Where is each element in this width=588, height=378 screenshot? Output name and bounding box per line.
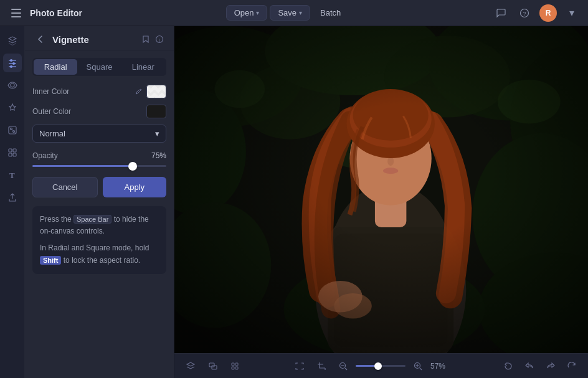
opacity-value: 75% bbox=[151, 151, 166, 160]
open-chevron-icon: ▾ bbox=[256, 9, 259, 16]
panel: Vignette i Radial bbox=[25, 26, 174, 378]
svg-point-36 bbox=[498, 80, 561, 124]
opacity-row: Opacity 75% bbox=[32, 151, 166, 160]
open-label: Open bbox=[234, 8, 254, 17]
svg-line-15 bbox=[9, 126, 16, 134]
layers-view-button[interactable] bbox=[182, 357, 199, 375]
zoom-in-button[interactable] bbox=[410, 359, 425, 374]
redo-button[interactable] bbox=[542, 357, 559, 375]
chat-button[interactable] bbox=[492, 4, 510, 22]
svg-rect-19 bbox=[13, 153, 16, 156]
svg-rect-60 bbox=[232, 367, 234, 369]
hamburger-button[interactable] bbox=[7, 4, 25, 22]
batch-button[interactable]: Batch bbox=[313, 6, 348, 20]
panel-title: Vignette bbox=[52, 34, 135, 45]
tab-radial[interactable]: Radial bbox=[34, 59, 77, 75]
background-foliage bbox=[174, 26, 588, 353]
zoom-slider-track bbox=[356, 365, 405, 367]
sidebar-item-adjustments[interactable] bbox=[3, 54, 22, 72]
avatar-chevron-button[interactable]: ▾ bbox=[563, 4, 581, 22]
undo-button[interactable] bbox=[521, 357, 538, 375]
svg-rect-1 bbox=[11, 12, 21, 14]
avatar-chevron-icon: ▾ bbox=[569, 7, 574, 19]
tab-square[interactable]: Square bbox=[77, 59, 121, 75]
svg-rect-59 bbox=[235, 363, 238, 366]
zoom-out-button[interactable] bbox=[336, 359, 351, 374]
save-label: Save bbox=[278, 8, 296, 17]
svg-rect-16 bbox=[9, 149, 12, 152]
svg-text:?: ? bbox=[523, 11, 526, 17]
zoom-slider-fill bbox=[356, 365, 376, 367]
panel-header-icons: i bbox=[140, 34, 165, 45]
sidebar-item-view[interactable] bbox=[3, 76, 22, 95]
cancel-button[interactable]: Cancel bbox=[32, 177, 98, 197]
blend-mode-chevron-icon: ▾ bbox=[155, 129, 159, 138]
svg-text:i: i bbox=[159, 37, 160, 43]
inner-color-swatch[interactable] bbox=[146, 85, 166, 98]
svg-rect-61 bbox=[235, 367, 238, 369]
shift-key: Shift bbox=[40, 256, 61, 265]
sidebar-item-presets[interactable] bbox=[3, 143, 22, 162]
crop-button[interactable] bbox=[313, 357, 331, 375]
save-button[interactable]: Save ▾ bbox=[270, 5, 310, 21]
opacity-slider-fill bbox=[32, 165, 133, 167]
sidebar-item-text[interactable]: T bbox=[3, 166, 22, 184]
topbar: Photo Editor Open ▾ Save ▾ Batch bbox=[0, 0, 588, 26]
zoom-slider-thumb[interactable] bbox=[374, 362, 382, 370]
bottom-left bbox=[182, 357, 244, 375]
avatar[interactable]: R bbox=[539, 4, 557, 22]
photo-background bbox=[174, 26, 588, 353]
main: T Vignette bbox=[0, 26, 588, 378]
blend-mode-dropdown[interactable]: Normal ▾ bbox=[32, 125, 166, 143]
topbar-right: ? R ▾ bbox=[492, 4, 581, 22]
rotate-button[interactable] bbox=[563, 357, 581, 375]
svg-rect-58 bbox=[232, 363, 234, 366]
bookmark-button[interactable] bbox=[140, 34, 151, 45]
grid-button[interactable] bbox=[227, 357, 244, 375]
svg-rect-0 bbox=[11, 9, 21, 10]
inner-color-edit-icon bbox=[135, 88, 143, 95]
svg-point-47 bbox=[383, 168, 398, 174]
topbar-left: Photo Editor bbox=[7, 4, 82, 22]
tab-group: Radial Square Linear bbox=[32, 58, 166, 76]
fit-button[interactable] bbox=[291, 357, 308, 375]
opacity-slider-track bbox=[32, 165, 166, 167]
outer-color-label: Outer Color bbox=[32, 107, 71, 116]
opacity-label: Opacity bbox=[32, 151, 58, 160]
opacity-slider-thumb[interactable] bbox=[128, 162, 137, 171]
help-button[interactable]: ? bbox=[516, 4, 533, 22]
outer-color-row: Outer Color bbox=[32, 105, 166, 118]
batch-label: Batch bbox=[320, 8, 341, 17]
bottom-center: 57% bbox=[291, 357, 453, 375]
outer-color-swatch[interactable] bbox=[146, 105, 166, 118]
sidebar-item-effects[interactable] bbox=[3, 98, 22, 117]
info-button[interactable]: i bbox=[154, 34, 165, 45]
app-title: Photo Editor bbox=[30, 8, 82, 18]
tab-linear[interactable]: Linear bbox=[121, 59, 165, 75]
canvas-area: 57% bbox=[174, 26, 588, 378]
history-reset-button[interactable] bbox=[500, 357, 517, 375]
svg-rect-2 bbox=[11, 16, 21, 17]
sidebar-item-filters[interactable] bbox=[3, 121, 22, 139]
panel-content: Radial Square Linear Inner Color bbox=[25, 50, 174, 378]
back-button[interactable] bbox=[34, 34, 47, 45]
svg-text:T: T bbox=[9, 171, 15, 180]
sidebar-item-layers[interactable] bbox=[3, 31, 22, 50]
bottom-toolbar: 57% bbox=[174, 353, 588, 378]
svg-point-35 bbox=[214, 70, 265, 108]
hamburger-icon bbox=[11, 9, 21, 17]
zoom-value: 57% bbox=[430, 362, 453, 371]
apply-button[interactable]: Apply bbox=[103, 177, 167, 197]
open-button[interactable]: Open ▾ bbox=[226, 5, 268, 21]
zoom-slider[interactable] bbox=[356, 362, 405, 370]
action-buttons: Cancel Apply bbox=[32, 177, 166, 197]
svg-point-46 bbox=[387, 157, 394, 166]
svg-point-55 bbox=[334, 293, 372, 318]
opacity-slider[interactable] bbox=[32, 165, 166, 167]
icon-sidebar: T bbox=[0, 26, 25, 378]
info-line-1: Press the Space Bar to hide the on-canva… bbox=[40, 214, 159, 237]
svg-line-64 bbox=[345, 368, 347, 370]
canvas-image bbox=[174, 26, 588, 353]
overlay-button[interactable] bbox=[204, 357, 222, 375]
sidebar-item-export[interactable] bbox=[3, 188, 22, 207]
